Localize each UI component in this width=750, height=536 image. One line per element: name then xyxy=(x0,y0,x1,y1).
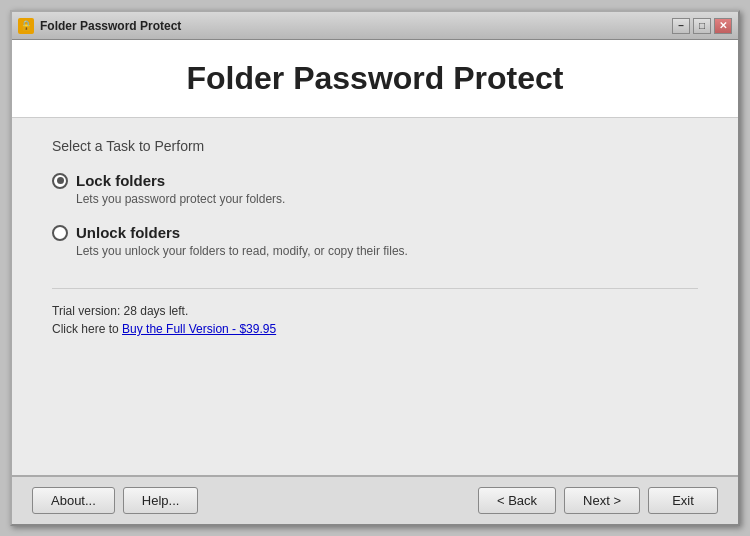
unlock-option: Unlock folders Lets you unlock your fold… xyxy=(52,224,698,258)
footer-area: About... Help... < Back Next > Exit xyxy=(12,475,738,524)
app-title: Folder Password Protect xyxy=(42,60,708,97)
minimize-button[interactable]: – xyxy=(672,18,690,34)
help-button[interactable]: Help... xyxy=(123,487,199,514)
lock-option-title: Lock folders xyxy=(76,172,165,189)
lock-option-desc: Lets you password protect your folders. xyxy=(76,192,698,206)
header-area: Folder Password Protect xyxy=(12,40,738,118)
footer-right: < Back Next > Exit xyxy=(478,487,718,514)
content-area: Folder Password Protect Select a Task to… xyxy=(12,40,738,475)
trial-text: Trial version: 28 days left. xyxy=(52,304,698,318)
app-icon: 🔒 xyxy=(18,18,34,34)
unlock-option-header[interactable]: Unlock folders xyxy=(52,224,698,241)
close-button[interactable]: ✕ xyxy=(714,18,732,34)
back-button[interactable]: < Back xyxy=(478,487,556,514)
title-controls: – □ ✕ xyxy=(672,18,732,34)
window-title: Folder Password Protect xyxy=(40,19,181,33)
unlock-option-title: Unlock folders xyxy=(76,224,180,241)
trial-link-prefix: Click here to xyxy=(52,322,122,336)
unlock-option-desc: Lets you unlock your folders to read, mo… xyxy=(76,244,698,258)
title-bar-left: 🔒 Folder Password Protect xyxy=(18,18,181,34)
lock-radio[interactable] xyxy=(52,173,68,189)
main-area: Select a Task to Perform Lock folders Le… xyxy=(12,118,738,475)
trial-link-container: Click here to Buy the Full Version - $39… xyxy=(52,322,698,336)
lock-option: Lock folders Lets you password protect y… xyxy=(52,172,698,206)
next-button[interactable]: Next > xyxy=(564,487,640,514)
maximize-button[interactable]: □ xyxy=(693,18,711,34)
trial-area: Trial version: 28 days left. Click here … xyxy=(52,288,698,336)
section-label: Select a Task to Perform xyxy=(52,138,698,154)
unlock-radio[interactable] xyxy=(52,225,68,241)
footer-left: About... Help... xyxy=(32,487,198,514)
main-window: 🔒 Folder Password Protect – □ ✕ Folder P… xyxy=(10,10,740,526)
title-bar: 🔒 Folder Password Protect – □ ✕ xyxy=(12,12,738,40)
exit-button[interactable]: Exit xyxy=(648,487,718,514)
option-group: Lock folders Lets you password protect y… xyxy=(52,172,698,258)
about-button[interactable]: About... xyxy=(32,487,115,514)
lock-option-header[interactable]: Lock folders xyxy=(52,172,698,189)
trial-link[interactable]: Buy the Full Version - $39.95 xyxy=(122,322,276,336)
